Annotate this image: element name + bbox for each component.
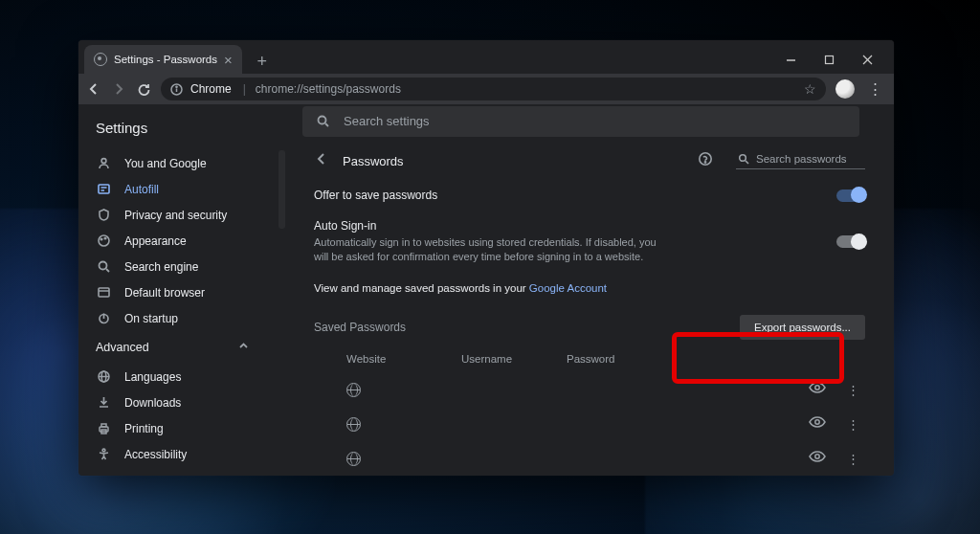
search-icon bbox=[316, 114, 330, 128]
search-placeholder: Search settings bbox=[344, 114, 430, 128]
info-icon bbox=[170, 83, 183, 96]
svg-rect-24 bbox=[101, 424, 106, 427]
wrench-icon bbox=[96, 473, 111, 477]
person-icon bbox=[96, 156, 111, 171]
omnibox-origin: Chrome bbox=[190, 82, 232, 96]
tab-title: Settings - Passwords bbox=[114, 54, 217, 65]
reload-button[interactable] bbox=[136, 81, 151, 97]
sidebar-advanced-toggle[interactable]: Advanced bbox=[78, 331, 279, 364]
sidebar-scrollbar-thumb[interactable] bbox=[278, 150, 285, 229]
sidebar-item-label: Downloads bbox=[124, 396, 181, 410]
col-password: Password bbox=[567, 353, 865, 365]
power-icon bbox=[96, 311, 111, 326]
password-row[interactable]: ⋮ bbox=[314, 372, 865, 407]
svg-point-26 bbox=[102, 449, 105, 452]
sidebar-item-languages[interactable]: Languages bbox=[78, 364, 279, 389]
forward-button[interactable] bbox=[111, 81, 126, 97]
search-icon bbox=[96, 259, 111, 275]
google-account-link[interactable]: Google Account bbox=[529, 282, 607, 294]
reveal-password-icon[interactable] bbox=[809, 450, 826, 467]
sidebar-item-label: Search engine bbox=[124, 260, 198, 274]
password-table-header: Website Username Password bbox=[314, 347, 865, 372]
globe-icon bbox=[96, 369, 111, 385]
svg-point-30 bbox=[704, 162, 705, 163]
profile-avatar[interactable] bbox=[835, 79, 855, 99]
sidebar-item-on-startup[interactable]: On startup bbox=[78, 305, 279, 331]
col-website: Website bbox=[346, 353, 461, 365]
sidebar-item-label: Accessibility bbox=[124, 448, 187, 461]
autofill-icon bbox=[96, 182, 111, 197]
window-close-button[interactable] bbox=[848, 45, 886, 74]
svg-point-14 bbox=[99, 262, 106, 270]
bookmark-star-icon[interactable]: ☆ bbox=[804, 81, 816, 97]
print-icon bbox=[96, 421, 111, 436]
panel-back-button[interactable] bbox=[314, 151, 329, 170]
sidebar-item-downloads[interactable]: Downloads bbox=[78, 389, 279, 415]
svg-line-32 bbox=[746, 161, 748, 164]
row-menu-button[interactable]: ⋮ bbox=[847, 417, 865, 432]
search-placeholder: Search passwords bbox=[756, 153, 847, 165]
svg-point-33 bbox=[815, 386, 819, 389]
offer-save-passwords-label: Offer to save passwords bbox=[314, 189, 437, 202]
sidebar-item-label: Advanced bbox=[96, 341, 149, 354]
auto-signin-toggle[interactable] bbox=[836, 235, 865, 248]
sidebar-item-appearance[interactable]: Appearance bbox=[78, 228, 279, 254]
svg-point-13 bbox=[104, 237, 106, 239]
back-button[interactable] bbox=[86, 81, 101, 97]
sidebar-item-system[interactable]: System bbox=[78, 467, 279, 476]
row-menu-button[interactable]: ⋮ bbox=[847, 452, 865, 466]
offer-save-passwords-toggle[interactable] bbox=[836, 189, 865, 202]
browser-icon bbox=[96, 285, 111, 300]
help-icon[interactable] bbox=[698, 151, 713, 170]
window-minimize-button[interactable] bbox=[771, 45, 810, 74]
accessibility-icon bbox=[96, 447, 111, 462]
svg-point-34 bbox=[815, 420, 819, 424]
sidebar-item-accessibility[interactable]: Accessibility bbox=[78, 441, 279, 467]
sidebar-item-search-engine[interactable]: Search engine bbox=[78, 254, 279, 279]
chevron-up-icon bbox=[238, 341, 249, 354]
reveal-password-icon[interactable] bbox=[809, 415, 826, 433]
sidebar-item-label: On startup bbox=[124, 312, 178, 325]
svg-line-28 bbox=[325, 123, 328, 126]
settings-search-input[interactable]: Search settings bbox=[302, 106, 859, 137]
export-passwords-button[interactable]: Export passwords... bbox=[740, 315, 865, 340]
globe-icon bbox=[346, 452, 361, 466]
auto-signin-description: Automatically sign in to websites using … bbox=[314, 235, 658, 264]
chrome-menu-button[interactable]: ⋮ bbox=[864, 80, 886, 98]
close-tab-icon[interactable]: × bbox=[224, 53, 233, 67]
svg-point-11 bbox=[99, 235, 109, 246]
svg-point-6 bbox=[176, 86, 177, 87]
sidebar-item-label: Appearance bbox=[124, 234, 187, 248]
chrome-window: Settings - Passwords × + Chrome | chrome… bbox=[78, 40, 894, 476]
sidebar-item-privacy[interactable]: Privacy and security bbox=[78, 202, 279, 228]
address-bar[interactable]: Chrome | chrome://settings/passwords ☆ bbox=[161, 78, 826, 100]
new-tab-button[interactable]: + bbox=[250, 49, 275, 74]
sidebar-item-label: System bbox=[124, 474, 163, 477]
sidebar-item-you-and-google[interactable]: You and Google bbox=[78, 150, 279, 176]
globe-icon bbox=[346, 417, 361, 432]
svg-point-27 bbox=[319, 117, 326, 124]
passwords-search-input[interactable]: Search passwords bbox=[736, 153, 865, 169]
sidebar-item-autofill[interactable]: Autofill bbox=[78, 176, 279, 202]
window-maximize-button[interactable] bbox=[810, 45, 848, 74]
col-username: Username bbox=[461, 353, 567, 365]
reveal-password-icon[interactable] bbox=[809, 381, 826, 398]
sidebar-item-label: Autofill bbox=[124, 183, 159, 196]
view-manage-text: View and manage saved passwords in your … bbox=[314, 273, 865, 298]
page-title: Passwords bbox=[343, 154, 684, 168]
password-row[interactable]: ⋮ bbox=[314, 441, 865, 476]
browser-tab[interactable]: Settings - Passwords × bbox=[84, 45, 242, 74]
password-row[interactable]: ⋮ bbox=[314, 407, 865, 441]
svg-point-12 bbox=[100, 238, 102, 240]
sidebar-item-label: Default browser bbox=[124, 286, 205, 300]
sidebar-item-printing[interactable]: Printing bbox=[78, 415, 279, 441]
sidebar-item-label: Languages bbox=[124, 370, 181, 384]
globe-icon bbox=[346, 383, 361, 397]
gear-icon bbox=[94, 53, 107, 66]
svg-line-15 bbox=[106, 269, 109, 272]
row-menu-button[interactable]: ⋮ bbox=[847, 383, 865, 397]
sidebar-item-default-browser[interactable]: Default browser bbox=[78, 279, 279, 305]
svg-point-35 bbox=[815, 455, 819, 458]
svg-rect-8 bbox=[99, 185, 109, 193]
svg-point-31 bbox=[740, 155, 746, 162]
